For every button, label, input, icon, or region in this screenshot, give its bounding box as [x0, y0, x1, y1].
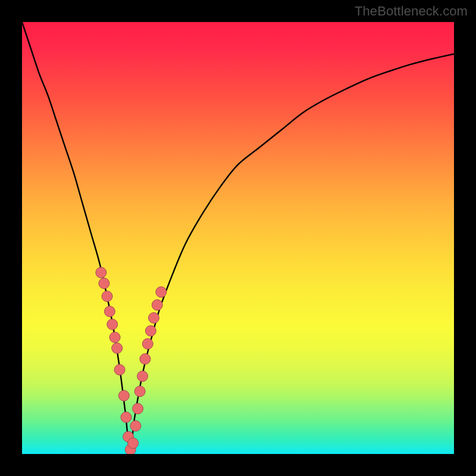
sample-point: [99, 278, 109, 289]
sample-point: [152, 300, 162, 311]
sample-point: [133, 403, 143, 414]
sample-point: [142, 339, 153, 349]
sample-point: [128, 438, 139, 449]
sample-point: [114, 364, 125, 375]
sample-point: [156, 287, 167, 298]
bottleneck-curve: [22, 22, 454, 454]
sample-points-group: [96, 267, 167, 454]
sample-point: [118, 390, 129, 401]
sample-point: [140, 353, 151, 364]
chart-frame: TheBottleneck.com: [0, 0, 476, 476]
sample-point: [109, 332, 120, 343]
sample-point: [148, 312, 159, 323]
sample-point: [112, 343, 123, 353]
plot-area: [22, 22, 454, 454]
sample-point: [104, 306, 115, 317]
watermark-text: TheBottleneck.com: [355, 4, 468, 19]
sample-point: [130, 421, 141, 431]
sample-point: [134, 386, 145, 397]
sample-point: [102, 291, 112, 302]
sample-point: [137, 371, 148, 381]
sample-point: [145, 325, 156, 336]
sample-point: [96, 267, 107, 278]
sample-point: [121, 412, 131, 422]
curve-layer: [22, 22, 454, 454]
sample-point: [107, 319, 118, 330]
